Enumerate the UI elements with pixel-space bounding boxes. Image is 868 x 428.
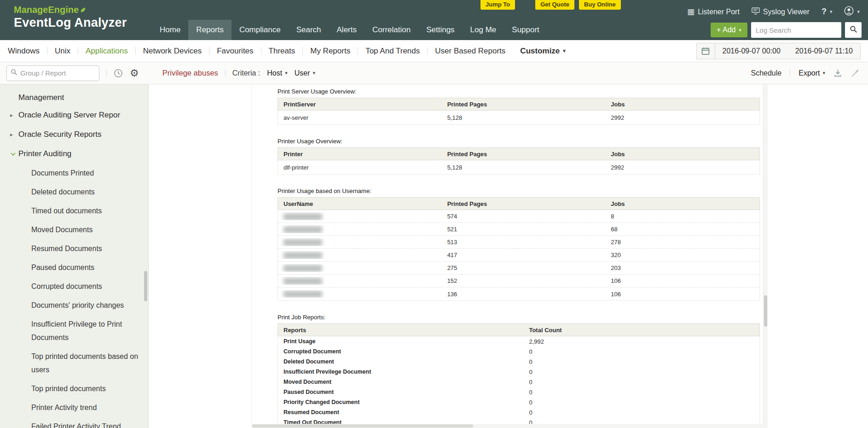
jump-to-link[interactable]: Jump To [480, 0, 515, 10]
tree-leaf-deleted-documents[interactable]: Deleted documents [31, 182, 141, 201]
tree-leaf-moved-documents[interactable]: Moved Documents [31, 220, 141, 239]
tab-top-and-trends[interactable]: Top And Trends [358, 47, 427, 56]
date-range-picker[interactable]: 2016-09-07 00:00 2016-09-07 11:10 [696, 43, 861, 59]
redacted-username [284, 226, 322, 233]
tab-threats[interactable]: Threats [261, 47, 303, 56]
report-scrollbar[interactable] [763, 84, 768, 424]
cell-total-count: 0 [523, 409, 759, 416]
host-dropdown[interactable]: Host ▾ [267, 69, 287, 77]
tree-leaf-documents-printed[interactable]: Documents Printed [31, 164, 141, 182]
column-header: Jobs [605, 151, 759, 158]
nav-support[interactable]: Support [504, 20, 547, 40]
column-header: Printed Pages [442, 151, 606, 158]
tree-leaf-top-printed-by-users[interactable]: Top printed documents based on users [31, 347, 141, 379]
table-row: dlf-printer 5,128 2992 [278, 160, 759, 174]
column-header: Total Count [523, 327, 759, 334]
sidebar-scrollbar-thumb[interactable] [144, 271, 147, 301]
column-header: Jobs [605, 200, 759, 207]
tree-node-oracle-auditing[interactable]: ▸ Oracle Auditing Server Repor [0, 106, 148, 125]
tree-leaf-insufficient-privilege[interactable]: Insufficient Privilege to Print Document… [31, 315, 141, 347]
tree-leaf-priority-changes[interactable]: Documents' priority changes [31, 296, 141, 315]
tree-node-oracle-security[interactable]: ▸ Oracle Security Reports [0, 125, 148, 144]
brand-logo[interactable]: ManageEngine EventLog Analyzer [14, 5, 127, 30]
tree-leaf-printer-activity-trend[interactable]: Printer Activity trend [31, 398, 141, 417]
add-button[interactable]: + Add ▾ [711, 23, 747, 37]
nav-correlation[interactable]: Correlation [365, 20, 418, 40]
section-printer-usage: Printer Usage Overview: Printer Printed … [278, 138, 760, 175]
tab-applications[interactable]: Applications [78, 47, 135, 56]
schedule-button[interactable]: Schedule [751, 69, 782, 77]
tab-windows[interactable]: Windows [8, 47, 47, 56]
chevron-down-icon [10, 151, 18, 157]
export-dropdown[interactable]: Export ▾ [799, 69, 825, 77]
nav-compliance[interactable]: Compliance [231, 20, 289, 40]
cell-report-name: Resumed Document [278, 409, 523, 416]
tree-node-printer-auditing[interactable]: Printer Auditing [0, 144, 148, 164]
divider [225, 69, 226, 77]
search-icon [850, 25, 857, 35]
cell-username [278, 212, 442, 220]
cell-jobs: 106 [605, 291, 759, 298]
table-row: Paused Document 0 [278, 387, 759, 397]
section-print-job-reports: Print Job Reports: Reports Total Count P… [278, 314, 760, 428]
nav-home[interactable]: Home [152, 20, 188, 40]
report-tables: Print Server Usage Overview: PrintServer… [252, 84, 768, 428]
cell-username [278, 251, 442, 258]
cell-report-name: Paused Document [278, 389, 523, 395]
tree-leaf-failed-printer-activity-trend[interactable]: Failed Printer Activity Trend [31, 417, 141, 428]
tree-item-management[interactable]: Management [0, 90, 148, 106]
broom-icon[interactable] [851, 69, 860, 78]
log-search-button[interactable] [845, 22, 862, 38]
cell-total-count: 0 [523, 348, 759, 355]
table-body: 574 8 521 68 513 278 [278, 210, 760, 301]
help-icon: ? [822, 7, 827, 17]
cell-total-count: 0 [523, 358, 759, 365]
chevron-down-icon: ▾ [563, 48, 566, 54]
tab-favourites[interactable]: Favourites [209, 47, 260, 56]
report-horizontal-scrollbar-thumb[interactable] [252, 424, 473, 428]
section-title: Print Server Usage Overview: [278, 88, 760, 95]
cell-printer: dlf-printer [278, 164, 442, 171]
tab-unix[interactable]: Unix [47, 47, 78, 56]
table-body: Print Usage 2,992 Corrupted Document 0 D… [278, 336, 760, 428]
table-header-row: UserName Printed Pages Jobs [278, 197, 760, 210]
tab-my-reports[interactable]: My Reports [303, 47, 358, 56]
cell-jobs: 2992 [605, 164, 759, 171]
syslog-viewer-button[interactable]: Syslog Viewer [752, 7, 810, 17]
account-menu[interactable]: ▾ [844, 6, 860, 18]
download-icon[interactable] [833, 69, 842, 77]
customize-menu[interactable]: Customize ▾ [513, 47, 573, 56]
tree-leaf-resumed-documents[interactable]: Resumed Documents [31, 239, 141, 258]
table-row: Priority Changed Document 0 [278, 397, 759, 407]
tree-leaf-timed-out-documents[interactable]: Timed out documents [31, 201, 141, 220]
nav-reports[interactable]: Reports [188, 20, 231, 40]
table-row: Moved Document 0 [278, 377, 759, 387]
user-dropdown-label: User [295, 69, 310, 77]
get-quote-link[interactable]: Get Quote [535, 0, 574, 10]
column-header: UserName [278, 200, 442, 207]
gear-icon[interactable]: ⚙ [130, 68, 139, 78]
help-menu[interactable]: ? ▾ [822, 7, 833, 17]
tab-network-devices[interactable]: Network Devices [136, 47, 209, 56]
cell-printserver: av-server [278, 114, 442, 121]
tab-user-based-reports[interactable]: User Based Reports [428, 47, 513, 56]
group-report-search[interactable] [6, 65, 99, 81]
log-search-input[interactable] [751, 22, 841, 38]
tree-leaf-top-printed-documents[interactable]: Top printed documents [31, 379, 141, 398]
nav-search[interactable]: Search [289, 20, 329, 40]
user-dropdown[interactable]: User ▾ [295, 69, 315, 77]
tree-leaf-corrupted-documents[interactable]: Corrupted documents [31, 277, 141, 296]
buy-online-link[interactable]: Buy Online [579, 0, 621, 10]
listener-port-button[interactable]: ▦ Listener Port [687, 7, 740, 17]
cell-jobs: 278 [605, 239, 759, 246]
tree-leaf-paused-documents[interactable]: Paused documents [31, 258, 141, 277]
report-horizontal-scrollbar[interactable] [251, 424, 768, 428]
group-report-input[interactable] [20, 69, 99, 77]
table-header-row: PrintServer Printed Pages Jobs [278, 98, 760, 111]
nav-log-me[interactable]: Log Me [463, 20, 504, 40]
nav-settings[interactable]: Settings [418, 20, 462, 40]
report-scrollbar-thumb[interactable] [764, 295, 767, 327]
chevron-down-icon: ▾ [312, 70, 315, 76]
history-icon[interactable] [114, 69, 123, 78]
nav-alerts[interactable]: Alerts [329, 20, 365, 40]
